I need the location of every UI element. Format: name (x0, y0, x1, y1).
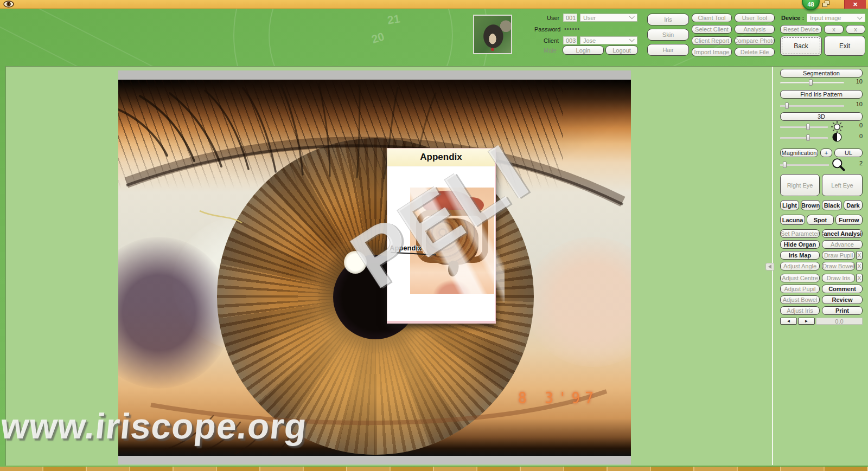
gender-label: Male (544, 47, 557, 54)
color-dark-button[interactable]: Dark (844, 200, 863, 210)
splitter-collapse-handle[interactable] (765, 263, 774, 270)
taskbar-sliver[interactable] (0, 467, 868, 471)
window-titlebar (0, 0, 868, 9)
close-window-button[interactable]: ✕ (844, 0, 866, 9)
draw-bowel-button[interactable]: Draw Bowel (822, 262, 855, 270)
adjust-iris-button[interactable]: Adjust Iris (780, 306, 820, 315)
user-id-field[interactable]: 001 (563, 14, 577, 22)
exit-button[interactable]: Exit (824, 36, 865, 56)
draw-iris-x-button[interactable]: X (856, 274, 863, 282)
device-dropdown-value: Input image (810, 15, 841, 21)
compare-photo-button[interactable]: Compare Photo (735, 36, 775, 45)
chevron-down-icon (857, 14, 863, 20)
slider-track (780, 105, 844, 107)
find-iris-pattern-button[interactable]: Find Iris Pattern (780, 90, 863, 99)
draw-pupil-button[interactable]: Draw Pupil (822, 251, 855, 260)
segmentation-value: 10 (846, 78, 863, 85)
draw-iris-button[interactable]: Draw Iris (822, 274, 855, 282)
iris-photo[interactable]: 8 3'97 (118, 80, 631, 456)
adjust-centre-button[interactable]: Adjust Centre (780, 274, 820, 282)
iris-map-button[interactable]: Iris Map (780, 251, 820, 260)
adjust-bowel-button[interactable]: Adjust Bowel (780, 295, 820, 304)
organ-card-title: Appendix (387, 149, 495, 166)
slider-track (780, 137, 828, 139)
client-tool-button[interactable]: Client Tool (692, 14, 732, 22)
device-label: Device : (781, 15, 804, 21)
draw-bowel-x-button[interactable]: X (856, 262, 863, 270)
client-report-button[interactable]: Client Report (692, 36, 732, 45)
feature-spot-button[interactable]: Spot (807, 215, 834, 225)
magnification-slider[interactable] (780, 163, 829, 167)
analysis-button[interactable]: Analysis (735, 25, 775, 34)
find-iris-slider[interactable] (780, 104, 844, 108)
segmentation-button[interactable]: Segmentation (780, 69, 863, 78)
left-arrow-icon (768, 264, 771, 269)
pager-prev-button[interactable]: ◄ (780, 318, 797, 325)
contrast-icon (831, 131, 843, 143)
contrast-slider[interactable] (780, 136, 828, 140)
slider-thumb[interactable] (783, 162, 787, 168)
magnification-value: 2 (846, 160, 863, 166)
x-button-2[interactable]: x (846, 25, 865, 34)
feature-furrow-button[interactable]: Furrow (835, 215, 863, 225)
client-dropdown-value: Jose (583, 37, 596, 44)
hair-mode-button[interactable]: Hair (647, 44, 689, 56)
logout-button[interactable]: Logout (605, 46, 638, 55)
delete-file-button[interactable]: Delete File (735, 48, 775, 56)
segmentation-slider[interactable] (780, 80, 844, 85)
user-dropdown-value: User (583, 15, 596, 21)
select-client-button[interactable]: Select Client (692, 25, 732, 34)
color-brown-button[interactable]: Brown (801, 200, 820, 210)
brightness-value: 0 (846, 122, 863, 128)
set-parameter-button[interactable]: Set Parameter (780, 229, 820, 238)
cancel-analysis-button[interactable]: Cancel Analysis (822, 229, 863, 238)
password-value[interactable]: •••••• (564, 25, 580, 32)
feature-lacuna-button[interactable]: Lacuna (780, 215, 805, 225)
right-eye-button[interactable]: Right Eye (780, 174, 820, 196)
slider-thumb[interactable] (809, 79, 813, 86)
background-line (25, 1, 170, 76)
pager-next-button[interactable]: ► (798, 318, 815, 325)
device-dropdown[interactable]: Input image (807, 14, 865, 22)
slider-thumb[interactable] (785, 102, 789, 109)
color-black-button[interactable]: Black (822, 200, 842, 210)
client-dropdown[interactable]: Jose (580, 36, 637, 44)
restore-window-icon[interactable] (822, 1, 831, 8)
skin-mode-button[interactable]: Skin (647, 29, 689, 41)
print-button[interactable]: Print (822, 306, 863, 315)
three-d-button[interactable]: 3D (780, 112, 863, 121)
iris-mode-button[interactable]: Iris (647, 14, 689, 25)
watermark-band (404, 183, 505, 302)
client-label: Client (544, 37, 559, 44)
analysis-sidebar: Segmentation 10 Find Iris Pattern 10 3D … (780, 67, 863, 392)
draw-pupil-x-button[interactable]: X (856, 251, 863, 260)
user-dropdown[interactable]: User (580, 14, 637, 22)
chevron-down-icon (629, 36, 635, 42)
color-light-button[interactable]: Light (780, 200, 799, 210)
import-image-button[interactable]: Import Image (692, 48, 732, 56)
advance-button[interactable]: Advance (822, 240, 863, 249)
adjust-angle-button[interactable]: Adjust Angle (780, 262, 820, 270)
x-button-1[interactable]: x (824, 25, 844, 34)
magnification-button[interactable]: Magnification (780, 149, 818, 157)
client-id-field[interactable]: 003 (563, 36, 577, 44)
brightness-slider[interactable] (780, 125, 828, 130)
left-eye-button[interactable]: Left Eye (822, 174, 863, 196)
user-label: User (547, 15, 559, 21)
review-button[interactable]: Review (822, 295, 863, 304)
adjust-pupil-button[interactable]: Adjust Pupil (780, 285, 820, 293)
hide-organ-button[interactable]: Hide Organ (780, 240, 820, 249)
reset-device-button[interactable]: Reset Device (780, 25, 822, 34)
back-button[interactable]: Back (780, 36, 822, 56)
abdomen-illustration (410, 188, 494, 294)
slider-thumb[interactable] (806, 124, 810, 130)
organ-overlay-card[interactable]: Appendix Appendix (387, 148, 496, 324)
slider-track (780, 164, 829, 166)
client-photo (473, 15, 512, 54)
user-tool-button[interactable]: User Tool (735, 14, 775, 22)
site-watermark-text: www.iriscope.org (0, 405, 309, 447)
slider-thumb[interactable] (806, 134, 810, 141)
login-button[interactable]: Login (563, 46, 604, 55)
comment-button[interactable]: Comment (822, 285, 863, 293)
password-label: Password (534, 26, 560, 33)
